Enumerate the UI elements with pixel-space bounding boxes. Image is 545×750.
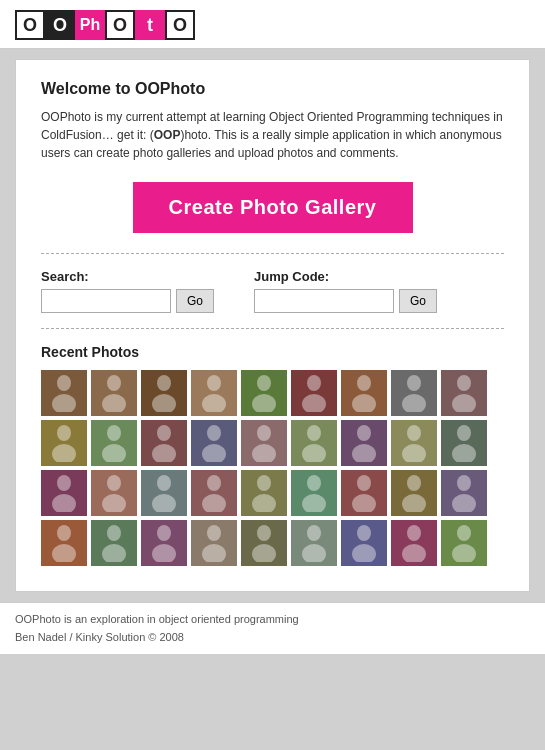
svg-point-69 [402,544,426,562]
svg-point-32 [407,425,421,441]
svg-point-50 [407,475,421,491]
svg-point-37 [52,494,76,512]
svg-point-42 [207,475,221,491]
photo-thumb[interactable] [241,520,287,566]
svg-point-27 [252,444,276,462]
svg-point-29 [302,444,326,462]
photo-thumb[interactable] [91,520,137,566]
svg-point-11 [302,394,326,412]
svg-point-23 [152,444,176,462]
svg-point-45 [252,494,276,512]
svg-point-6 [207,375,221,391]
photo-thumb[interactable] [391,520,437,566]
photo-thumb[interactable] [241,370,287,416]
svg-point-52 [457,475,471,491]
photo-thumb[interactable] [141,520,187,566]
svg-point-24 [207,425,221,441]
svg-point-8 [257,375,271,391]
svg-point-63 [252,544,276,562]
photo-thumb[interactable] [191,370,237,416]
photo-thumb[interactable] [91,370,137,416]
photo-thumb[interactable] [341,470,387,516]
svg-point-34 [457,425,471,441]
photo-thumb[interactable] [41,420,87,466]
photo-thumb[interactable] [341,370,387,416]
svg-point-61 [202,544,226,562]
svg-point-18 [57,425,71,441]
photo-thumb[interactable] [41,520,87,566]
search-input[interactable] [41,289,171,313]
photo-thumb[interactable] [341,520,387,566]
jump-input-row: Go [254,289,437,313]
photo-thumb[interactable] [291,520,337,566]
svg-point-28 [307,425,321,441]
photo-thumb[interactable] [391,420,437,466]
photo-thumb[interactable] [391,470,437,516]
svg-point-30 [357,425,371,441]
photo-thumb[interactable] [191,470,237,516]
svg-point-64 [307,525,321,541]
svg-point-38 [107,475,121,491]
svg-point-68 [407,525,421,541]
photo-thumb[interactable] [241,470,287,516]
photo-thumb[interactable] [41,470,87,516]
svg-point-65 [302,544,326,562]
svg-point-17 [452,394,476,412]
svg-point-67 [352,544,376,562]
photo-thumb[interactable] [91,420,137,466]
photo-thumb[interactable] [41,370,87,416]
logo: O O Ph O t O [15,10,530,40]
svg-point-36 [57,475,71,491]
photo-grid [41,370,504,566]
jump-go-button[interactable]: Go [399,289,437,313]
photo-thumb[interactable] [241,420,287,466]
photo-thumb[interactable] [341,420,387,466]
svg-point-14 [407,375,421,391]
svg-point-10 [307,375,321,391]
svg-point-21 [102,444,126,462]
photo-thumb[interactable] [291,370,337,416]
svg-point-46 [307,475,321,491]
search-go-button[interactable]: Go [176,289,214,313]
jump-code-input[interactable] [254,289,394,313]
svg-point-12 [357,375,371,391]
photo-thumb[interactable] [141,470,187,516]
svg-point-57 [102,544,126,562]
photo-thumb[interactable] [441,420,487,466]
photo-thumb[interactable] [191,420,237,466]
photo-thumb[interactable] [441,370,487,416]
welcome-text: OOPhoto is my current attempt at learnin… [41,108,504,162]
svg-point-66 [357,525,371,541]
search-label: Search: [41,269,214,284]
photo-thumb[interactable] [441,470,487,516]
svg-point-59 [152,544,176,562]
footer-line1: OOPhoto is an exploration in object orie… [15,611,530,629]
svg-point-20 [107,425,121,441]
svg-point-13 [352,394,376,412]
svg-point-58 [157,525,171,541]
photo-thumb[interactable] [91,470,137,516]
svg-point-53 [452,494,476,512]
photo-thumb[interactable] [141,370,187,416]
divider-2 [41,328,504,329]
svg-point-55 [52,544,76,562]
svg-point-0 [57,375,71,391]
svg-point-41 [152,494,176,512]
logo-ph: Ph [75,10,105,40]
photo-thumb[interactable] [391,370,437,416]
svg-point-51 [402,494,426,512]
svg-point-60 [207,525,221,541]
photo-thumb[interactable] [141,420,187,466]
photo-thumb[interactable] [191,520,237,566]
photo-thumb[interactable] [291,420,337,466]
svg-point-56 [107,525,121,541]
svg-point-25 [202,444,226,462]
welcome-title: Welcome to OOPhoto [41,80,504,98]
svg-point-43 [202,494,226,512]
create-gallery-button[interactable]: Create Photo Gallery [133,182,413,233]
photo-thumb[interactable] [291,470,337,516]
logo-t: t [135,10,165,40]
svg-point-70 [457,525,471,541]
svg-point-33 [402,444,426,462]
photo-thumb[interactable] [441,520,487,566]
